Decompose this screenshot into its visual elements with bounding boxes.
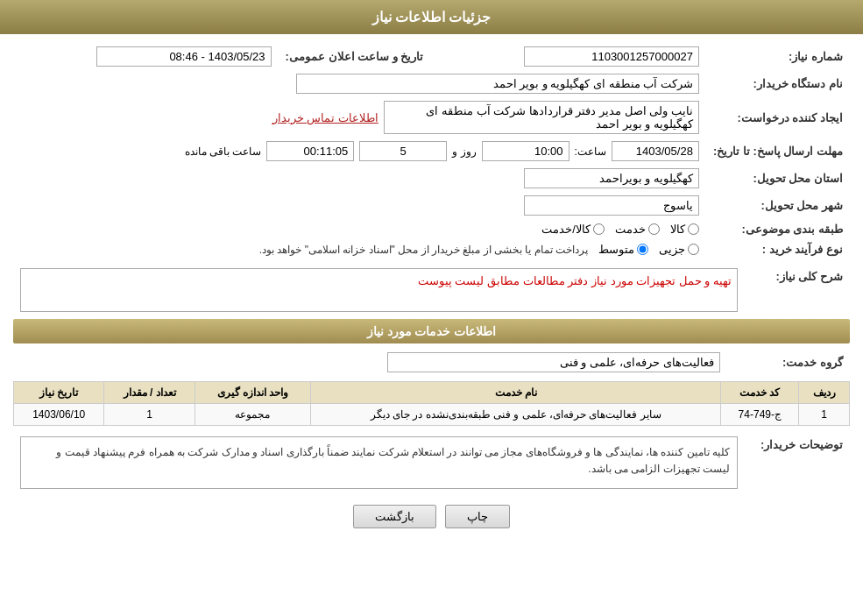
city-value: یاسوج <box>524 195 699 216</box>
cell-date: 1403/06/10 <box>14 404 104 426</box>
radio-kala-khadamat-label: کالا/خدمت <box>541 223 591 236</box>
announce-value-cell: 1403/05/23 - 08:46 <box>13 43 279 70</box>
col-count: تعداد / مقدار <box>104 382 195 404</box>
col-unit: واحد اندازه گیری <box>195 382 310 404</box>
col-code: کد خدمت <box>721 382 799 404</box>
general-desc-value: تهیه و حمل تجهیزات مورد نیاز دفتر مطالعا… <box>20 268 738 312</box>
radio-motavaset-item: متوسط <box>598 243 648 256</box>
main-content: شماره نیاز: 1103001257000027 تاریخ و ساع… <box>0 34 863 544</box>
row-city: شهر محل تحویل: یاسوج <box>13 192 850 219</box>
cell-count: 1 <box>104 404 195 426</box>
table-body: 1 ج-749-74 سایر فعالیت‌های حرفه‌ای، علمی… <box>14 404 850 426</box>
col-radif: ردیف <box>799 382 850 404</box>
general-desc-value-cell: تهیه و حمل تجهیزات مورد نیاز دفتر مطالعا… <box>13 265 745 315</box>
creator-value-cell: نایب ولی اصل مدیر دفتر قراردادها شرکت آب… <box>13 97 706 138</box>
services-section-title: اطلاعات خدمات مورد نیاز <box>13 319 850 343</box>
radio-khadamat[interactable] <box>648 223 660 235</box>
cell-code: ج-749-74 <box>721 404 799 426</box>
deadline-value-cell: 1403/05/28 ساعت: 10:00 روز و 5 00:11:05 … <box>13 138 706 165</box>
page-wrapper: جزئیات اطلاعات نیاز شماره نیاز: 11030012… <box>0 0 863 616</box>
row-general-desc: شرح کلی نیاز: تهیه و حمل تجهیزات مورد نی… <box>13 265 850 315</box>
requester-org-label: نام دستگاه خریدار: <box>706 70 850 97</box>
remaining-time-label: ساعت باقی مانده <box>185 145 262 158</box>
group-service-value-cell: فعالیت‌های حرفه‌ای، علمی و فنی <box>13 349 727 376</box>
buttons-row: چاپ بازگشت <box>13 505 850 528</box>
radio-kala-label: کالا <box>670 223 685 236</box>
city-value-cell: یاسوج <box>13 192 706 219</box>
contact-link[interactable]: اطلاعات تماس خریدار <box>272 111 378 124</box>
radio-kala-khadamat-item: کالا/خدمت <box>541 223 605 236</box>
back-button[interactable]: بازگشت <box>353 505 436 528</box>
buyer-notes-value-cell: کلیه تامین کننده ها، نمایندگی ها و فروشگ… <box>13 433 745 492</box>
group-service-label: گروه خدمت: <box>727 349 850 376</box>
table-row: 1 ج-749-74 سایر فعالیت‌های حرفه‌ای، علمی… <box>14 404 850 426</box>
deadline-time: 10:00 <box>482 141 569 161</box>
radio-khadamat-item: خدمت <box>615 223 660 236</box>
page-title: جزئیات اطلاعات نیاز <box>372 10 492 25</box>
radio-jozvi-label: جزیی <box>659 243 685 256</box>
category-value-cell: کالا خدمت کالا/خدمت <box>13 219 706 239</box>
services-data-table: ردیف کد خدمت نام خدمت واحد اندازه گیری ت… <box>13 381 850 426</box>
info-table: شماره نیاز: 1103001257000027 تاریخ و ساع… <box>13 43 850 259</box>
col-date: تاریخ نیاز <box>14 382 104 404</box>
need-number-label: شماره نیاز: <box>706 43 850 70</box>
radio-khadamat-label: خدمت <box>615 223 646 236</box>
deadline-days: 5 <box>359 141 447 161</box>
row-province: استان محل تحویل: کهگیلویه و بویراحمد <box>13 165 850 192</box>
city-label: شهر محل تحویل: <box>706 192 850 219</box>
page-header: جزئیات اطلاعات نیاز <box>0 0 863 34</box>
table-header: ردیف کد خدمت نام خدمت واحد اندازه گیری ت… <box>14 382 850 404</box>
radio-kala-khadamat[interactable] <box>593 223 605 235</box>
process-notice: پرداخت تمام یا بخشی از مبلغ خریدار از مح… <box>259 244 588 256</box>
radio-motavaset-label: متوسط <box>598 243 634 256</box>
process-value-cell: جزیی متوسط پرداخت تمام یا بخشی از مبلغ خ… <box>13 239 706 259</box>
row-category: طبقه بندی موضوعی: کالا خدمت <box>13 219 850 239</box>
group-service-table: گروه خدمت: فعالیت‌های حرفه‌ای، علمی و فن… <box>13 349 850 376</box>
row-creator: ایجاد کننده درخواست: نایب ولی اصل مدیر د… <box>13 97 850 138</box>
cell-radif: 1 <box>799 404 850 426</box>
need-number-value: 1103001257000027 <box>524 46 699 67</box>
deadline-label: مهلت ارسال پاسخ: تا تاریخ: <box>706 138 850 165</box>
province-value: کهگیلویه و بویراحمد <box>524 168 699 188</box>
row-need-number: شماره نیاز: 1103001257000027 تاریخ و ساع… <box>13 43 850 70</box>
col-name: نام خدمت <box>311 382 721 404</box>
requester-org-value-cell: شرکت آب منطقه ای کهگیلویه و بویر احمد <box>13 70 706 97</box>
radio-jozvi[interactable] <box>688 244 699 255</box>
need-number-value-cell: 1103001257000027 <box>441 43 706 70</box>
radio-motavaset[interactable] <box>637 244 648 255</box>
radio-jozvi-item: جزیی <box>659 243 699 256</box>
table-header-row: ردیف کد خدمت نام خدمت واحد اندازه گیری ت… <box>14 382 850 404</box>
process-radio-group: جزیی متوسط <box>598 243 699 256</box>
province-label: استان محل تحویل: <box>706 165 850 192</box>
print-button[interactable]: چاپ <box>445 505 510 528</box>
category-label: طبقه بندی موضوعی: <box>706 219 850 239</box>
deadline-days-label: روز و <box>452 145 476 158</box>
deadline-date: 1403/05/28 <box>612 141 699 161</box>
remaining-time: 00:11:05 <box>266 141 354 161</box>
radio-kala-item: کالا <box>670 223 699 236</box>
category-radio-group: کالا خدمت کالا/خدمت <box>20 223 699 236</box>
buyer-notes-value: کلیه تامین کننده ها، نمایندگی ها و فروشگ… <box>20 436 738 489</box>
row-group-service: گروه خدمت: فعالیت‌های حرفه‌ای، علمی و فن… <box>13 349 850 376</box>
row-buyer-notes: توضیحات خریدار: کلیه تامین کننده ها، نما… <box>13 433 850 492</box>
group-service-value: فعالیت‌های حرفه‌ای، علمی و فنی <box>387 352 720 372</box>
announce-value: 1403/05/23 - 08:46 <box>96 46 272 67</box>
creator-label: ایجاد کننده درخواست: <box>706 97 850 138</box>
row-requester: نام دستگاه خریدار: شرکت آب منطقه ای کهگی… <box>13 70 850 97</box>
radio-kala[interactable] <box>688 223 699 235</box>
creator-value: نایب ولی اصل مدیر دفتر قراردادها شرکت آب… <box>384 101 699 134</box>
announce-label: تاریخ و ساعت اعلان عمومی: <box>279 43 442 70</box>
cell-unit: مجموعه <box>195 404 310 426</box>
desc-table: شرح کلی نیاز: تهیه و حمل تجهیزات مورد نی… <box>13 265 850 315</box>
buyer-notes-table: توضیحات خریدار: کلیه تامین کننده ها، نما… <box>13 433 850 492</box>
cell-name: سایر فعالیت‌های حرفه‌ای، علمی و فنی طبقه… <box>311 404 721 426</box>
province-value-cell: کهگیلویه و بویراحمد <box>13 165 706 192</box>
row-process: نوع فرآیند خرید : جزیی متوسط <box>13 239 850 259</box>
requester-org-value: شرکت آب منطقه ای کهگیلویه و بویر احمد <box>296 74 699 94</box>
row-deadline: مهلت ارسال پاسخ: تا تاریخ: 1403/05/28 سا… <box>13 138 850 165</box>
general-desc-label: شرح کلی نیاز: <box>745 265 850 315</box>
buyer-notes-label: توضیحات خریدار: <box>745 433 850 492</box>
process-label: نوع فرآیند خرید : <box>706 239 850 259</box>
deadline-time-label: ساعت: <box>575 145 606 158</box>
